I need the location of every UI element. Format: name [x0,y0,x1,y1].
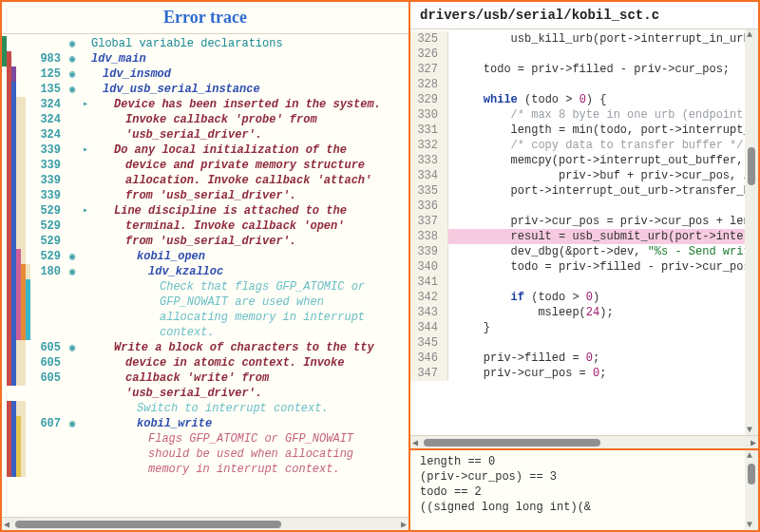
trace-row[interactable]: Switch to interrupt context. [2,401,408,416]
trace-row[interactable]: Check that flags GFP_ATOMIC or [2,279,408,294]
expand-marker-icon[interactable]: ▸ [80,203,91,218]
eye-icon[interactable]: ◉ [65,66,80,82]
trace-row[interactable]: context. [2,325,408,340]
trace-row[interactable]: 605callback 'write' from 'usb_serial_dri… [2,370,408,401]
code-line[interactable]: 331 length = min(todo, port->interrupt_o [410,123,758,138]
evaluation-pane[interactable]: length == 0(priv->cur_pos) == 3todo == 2… [410,448,758,530]
trace-row[interactable]: 339device and private memory structure [2,158,408,173]
trace-row[interactable]: 339▸Do any local initialization of the [2,142,408,158]
code-text: result = usb_submit_urb(port->interr [448,229,758,244]
trace-row[interactable]: 135◉ldv_usb_serial_instance [2,82,408,97]
code-line[interactable]: 343 msleep(24); [410,305,758,320]
code-line[interactable]: 346 priv->filled = 0; [410,351,758,366]
code-line-number: 337 [410,214,448,229]
hscroll-right-arrow-icon[interactable]: ▶ [401,519,407,530]
trace-line-number: 607 [30,416,65,431]
eval-vscrollbar[interactable]: ▲ ▼ [745,450,758,530]
code-line[interactable]: 329 while (todo > 0) { [410,92,758,107]
code-line[interactable]: 325 usb_kill_urb(port->interrupt_in_urb) [410,31,758,47]
trace-line-number: 605 [30,355,65,370]
trace-row[interactable]: 125◉ldv_insmod [2,66,408,82]
eye-icon[interactable]: ◉ [65,416,80,431]
eye-icon[interactable]: ◉ [65,51,80,66]
code-text: priv->filled = 0; [448,351,758,366]
source-code-body[interactable]: 325 usb_kill_urb(port->interrupt_in_urb)… [410,29,758,435]
code-line[interactable]: 339 dev_dbg(&port->dev, "%s - Send write [410,244,758,259]
code-line[interactable]: 333 memcpy(port->interrupt_out_buffer, [410,153,758,168]
code-line[interactable]: 335 port->interrupt_out_urb->transfer_bu [410,183,758,199]
trace-row[interactable]: 605device in atomic context. Invoke [2,355,408,370]
expand-marker-icon[interactable]: ▸ [80,142,91,158]
trace-text: should be used when allocating [91,446,408,462]
vscroll-up-arrow-icon[interactable]: ▲ [747,29,752,40]
code-line[interactable]: 328 [410,77,758,92]
trace-row[interactable]: 529▸Line discipline is attached to the [2,203,408,218]
code-line[interactable]: 337 priv->cur_pos = priv->cur_pos + leng [410,214,758,229]
code-line[interactable]: 338 result = usb_submit_urb(port->interr [410,229,758,244]
error-trace-hscrollbar[interactable]: ◀ ▶ [2,517,408,530]
trace-row[interactable]: 324'usb_serial_driver'. [2,127,408,142]
eval-line: (priv->cur_pos) == 3 [420,469,749,484]
code-line[interactable]: 341 [410,275,758,290]
trace-text: Do any local initialization of the [91,142,408,158]
trace-row[interactable]: memory in interrupt context. [2,462,408,477]
code-text: /* copy data to transfer buffer */ [448,138,758,153]
code-line[interactable]: 332 /* copy data to transfer buffer */ [410,138,758,153]
code-line-number: 330 [410,107,448,123]
trace-row[interactable]: 529◉kobil_open [2,249,408,264]
vscroll-down-arrow-icon[interactable]: ▼ [747,425,752,435]
trace-row[interactable]: should be used when allocating [2,446,408,462]
trace-row[interactable]: 983◉ldv_main [2,51,408,66]
trace-line-number: 324 [30,127,65,142]
eye-icon[interactable]: ◉ [65,82,80,97]
code-line[interactable]: 345 [410,335,758,351]
expand-marker-icon[interactable]: ▸ [80,97,91,112]
eye-icon[interactable]: ◉ [65,340,80,355]
trace-row[interactable]: 339from 'usb_serial_driver'. [2,188,408,203]
vscroll-up-arrow-icon[interactable]: ▲ [747,450,752,461]
code-line[interactable]: 342 if (todo > 0) [410,290,758,305]
code-line[interactable]: 327 todo = priv->filled - priv->cur_pos; [410,62,758,77]
hscroll-thumb[interactable] [424,439,600,446]
code-line[interactable]: 334 priv->buf + priv->cur_pos, l [410,168,758,183]
code-line[interactable]: 326 [410,47,758,62]
code-line-number: 336 [410,199,448,214]
code-line[interactable]: 344 } [410,320,758,335]
eye-icon[interactable]: ◉ [65,264,80,279]
hscroll-left-arrow-icon[interactable]: ◀ [412,437,418,448]
trace-row[interactable]: 324▸Device has been inserted in the syst… [2,97,408,112]
error-trace-body[interactable]: ◉Global variable declarations983◉ldv_mai… [2,34,408,517]
code-line[interactable]: 340 todo = priv->filled - priv->cur_pos; [410,259,758,275]
trace-row[interactable]: allocating memory in interrupt [2,310,408,325]
hscroll-left-arrow-icon[interactable]: ◀ [4,519,10,530]
trace-row[interactable]: 180◉ldv_kzalloc [2,264,408,279]
trace-row[interactable]: 529terminal. Invoke callback 'open' [2,218,408,234]
hscroll-right-arrow-icon[interactable]: ▶ [750,437,756,448]
trace-row[interactable]: 324Invoke callback 'probe' from [2,112,408,127]
eye-icon[interactable]: ◉ [65,36,80,51]
code-line[interactable]: 336 [410,199,758,214]
gutter-bar [26,279,30,294]
vscroll-thumb[interactable] [748,147,755,185]
vscroll-down-arrow-icon[interactable]: ▼ [747,520,752,530]
eval-line: todo == 2 [420,484,749,500]
vscroll-thumb[interactable] [748,464,755,484]
trace-text: Flags GFP_ATOMIC or GFP_NOWAIT [91,431,408,446]
source-vscrollbar[interactable]: ▲ ▼ [745,29,758,435]
trace-row[interactable]: ◉Global variable declarations [2,36,408,51]
source-hscrollbar[interactable]: ◀ ▶ [410,435,758,448]
trace-row[interactable]: 607◉kobil_write [2,416,408,431]
trace-row[interactable]: 605◉Write a block of characters to the t… [2,340,408,355]
trace-text: ldv_main [91,51,408,66]
code-line-number: 340 [410,259,448,275]
trace-row[interactable]: GFP_NOWAIT are used when [2,294,408,310]
trace-row[interactable]: Flags GFP_ATOMIC or GFP_NOWAIT [2,431,408,446]
trace-line-number: 529 [30,234,65,249]
trace-line-number: 125 [30,66,65,82]
code-line[interactable]: 347 priv->cur_pos = 0; [410,366,758,381]
trace-row[interactable]: 529from 'usb_serial_driver'. [2,234,408,249]
eye-icon[interactable]: ◉ [65,249,80,264]
hscroll-thumb[interactable] [15,521,281,528]
trace-row[interactable]: 339allocation. Invoke callback 'attach' [2,173,408,188]
code-line[interactable]: 330 /* max 8 byte in one urb (endpoint s [410,107,758,123]
